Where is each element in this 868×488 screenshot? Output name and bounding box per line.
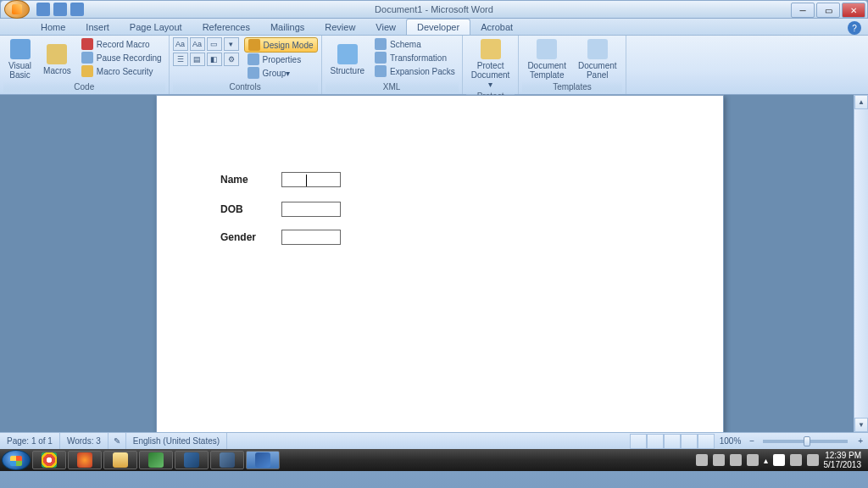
outline-view-button[interactable] — [681, 434, 698, 449]
full-screen-view-button[interactable] — [647, 434, 664, 449]
pause-recording-button[interactable]: Pause Recording — [78, 51, 165, 64]
visual-basic-button[interactable]: Visual Basic — [3, 37, 36, 81]
expansion-packs-button[interactable]: Expansion Packs — [371, 64, 459, 78]
group-label-controls: Controls — [173, 81, 318, 92]
zoom-thumb[interactable] — [804, 436, 810, 446]
page[interactable]: Name DOB Gender — [156, 95, 724, 432]
structure-button[interactable]: Structure — [326, 37, 370, 81]
document-panel-button[interactable]: Document Panel — [573, 37, 622, 81]
tray-icon-2[interactable] — [713, 454, 725, 466]
field-name[interactable] — [281, 172, 341, 187]
redo-icon[interactable] — [70, 3, 84, 16]
group-icon — [248, 67, 259, 79]
tab-references[interactable]: References — [192, 19, 260, 35]
tray-icon-1[interactable] — [696, 454, 708, 466]
controls-gallery: Aa Aa ▭ ▾ ☰ ▤ ◧ ⚙ — [173, 37, 239, 81]
macro-security-button[interactable]: Macro Security — [78, 64, 165, 78]
taskbar-word[interactable] — [246, 451, 280, 469]
taskbar-explorer[interactable] — [103, 451, 137, 469]
status-proofing-icon[interactable]: ✎ — [108, 433, 126, 449]
group-label-templates: Templates — [522, 81, 621, 92]
taskbar-video[interactable] — [210, 451, 244, 469]
group-button[interactable]: Group ▾ — [244, 66, 318, 80]
security-icon — [81, 65, 93, 77]
building-block-control-icon[interactable]: ◧ — [207, 53, 222, 66]
group-code: Visual Basic Macros Record Macro Pause R… — [0, 36, 170, 94]
group-controls: Aa Aa ▭ ▾ ☰ ▤ ◧ ⚙ Design Mode Properties… — [170, 36, 322, 94]
field-dob[interactable] — [281, 202, 341, 217]
draft-view-button[interactable] — [698, 434, 715, 449]
dropdown-control-icon[interactable]: ☰ — [173, 53, 188, 66]
vertical-scrollbar[interactable]: ▲ ▼ — [854, 95, 868, 432]
schema-icon — [375, 38, 387, 50]
design-mode-icon — [248, 39, 260, 51]
document-template-button[interactable]: Document Template — [522, 37, 571, 81]
rich-text-control-icon[interactable]: Aa — [173, 37, 188, 51]
volume-icon[interactable] — [807, 454, 819, 466]
tab-home[interactable]: Home — [31, 19, 75, 35]
status-page[interactable]: Page: 1 of 1 — [0, 433, 60, 449]
tab-page-layout[interactable]: Page Layout — [120, 19, 192, 35]
action-center-icon[interactable] — [773, 454, 785, 466]
picture-control-icon[interactable]: ▭ — [207, 37, 222, 51]
document-area[interactable]: Name DOB Gender ▲ ▼ — [0, 95, 868, 432]
title-bar: Document1 - Microsoft Word ─ ▭ ✕ — [0, 0, 868, 19]
undo-icon[interactable] — [53, 3, 67, 16]
print-layout-view-button[interactable] — [630, 434, 647, 449]
zoom-slider[interactable] — [763, 440, 848, 443]
web-layout-view-button[interactable] — [664, 434, 681, 449]
clock-time: 12:39 PM — [824, 451, 862, 460]
record-macro-button[interactable]: Record Macro — [78, 37, 165, 51]
label-gender: Gender — [220, 231, 281, 243]
group-templates: Document Template Document Panel Templat… — [519, 36, 626, 94]
expansion-packs-icon — [375, 65, 387, 77]
protect-document-button[interactable]: Protect Document ▾ — [466, 37, 515, 91]
label-dob: DOB — [220, 203, 281, 215]
taskbar-excel[interactable] — [139, 451, 173, 469]
ribbon: Visual Basic Macros Record Macro Pause R… — [0, 36, 868, 95]
transformation-button[interactable]: Transformation — [371, 51, 459, 64]
tab-insert[interactable]: Insert — [75, 19, 120, 35]
field-gender[interactable] — [281, 230, 341, 245]
tray-icon-3[interactable] — [730, 454, 742, 466]
show-hidden-icons[interactable]: ▴ — [764, 456, 768, 465]
tab-review[interactable]: Review — [314, 19, 365, 35]
zoom-in-button[interactable]: + — [853, 436, 868, 446]
visual-basic-icon — [10, 39, 31, 59]
maximize-button[interactable]: ▭ — [816, 3, 840, 18]
view-buttons — [630, 434, 715, 449]
taskbar-firefox[interactable] — [68, 451, 102, 469]
tab-view[interactable]: View — [365, 19, 406, 35]
taskbar-media[interactable] — [175, 451, 209, 469]
plain-text-control-icon[interactable]: Aa — [190, 37, 205, 51]
scroll-up-button[interactable]: ▲ — [854, 95, 868, 109]
zoom-level[interactable]: 100% — [715, 436, 747, 446]
scroll-down-button[interactable]: ▼ — [854, 418, 868, 432]
clock[interactable]: 12:39 PM 5/17/2013 — [824, 451, 862, 469]
tab-acrobat[interactable]: Acrobat — [470, 19, 523, 35]
office-button[interactable] — [4, 0, 30, 19]
network-icon[interactable] — [790, 454, 802, 466]
start-button[interactable] — [2, 450, 31, 470]
schema-button[interactable]: Schema — [371, 37, 459, 51]
macros-button[interactable]: Macros — [38, 37, 76, 81]
combo-box-control-icon[interactable]: ▾ — [224, 37, 239, 51]
clock-date: 5/17/2013 — [824, 460, 862, 469]
legacy-tools-icon[interactable]: ⚙ — [224, 53, 239, 66]
tab-mailings[interactable]: Mailings — [260, 19, 314, 35]
pause-icon — [81, 52, 93, 64]
design-mode-button[interactable]: Design Mode — [244, 37, 318, 53]
close-button[interactable]: ✕ — [842, 3, 865, 18]
status-language[interactable]: English (United States) — [126, 433, 227, 449]
properties-button[interactable]: Properties — [244, 53, 318, 66]
tab-developer[interactable]: Developer — [406, 19, 470, 35]
zoom-out-button[interactable]: − — [746, 436, 758, 446]
record-icon — [81, 38, 93, 50]
save-icon[interactable] — [36, 3, 50, 16]
minimize-button[interactable]: ─ — [791, 3, 815, 18]
date-picker-control-icon[interactable]: ▤ — [190, 53, 205, 66]
help-icon[interactable]: ? — [848, 21, 861, 35]
tray-icon-4[interactable] — [747, 454, 759, 466]
status-words[interactable]: Words: 3 — [60, 433, 108, 449]
taskbar-chrome[interactable] — [32, 451, 66, 469]
